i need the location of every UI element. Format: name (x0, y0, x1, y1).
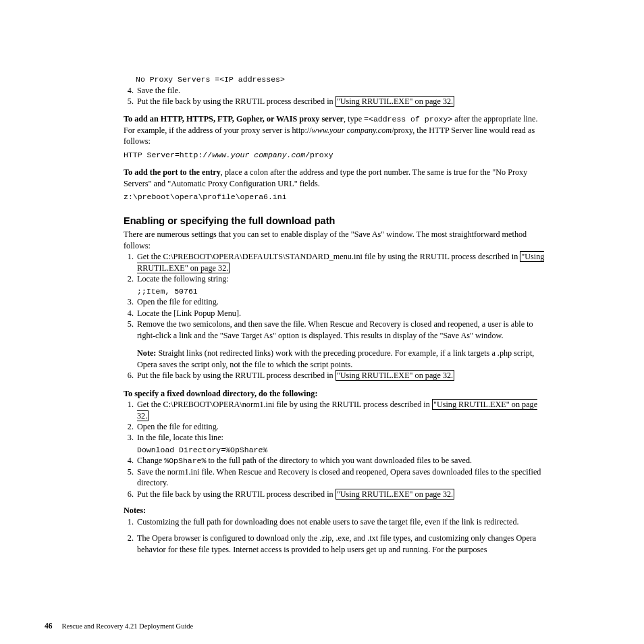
s3-step2: Open the file for editing. (136, 421, 546, 432)
para2-bold: To add the port to the entry (124, 167, 221, 177)
para1-italic: www.your company.com (312, 126, 392, 135)
s3-step3: In the file, locate this line: Download … (136, 432, 546, 455)
page-number: 46 (45, 622, 53, 630)
s3-step5: Save the norm1.ini file. When Rescue and… (136, 466, 546, 489)
code2c: /proxy (305, 151, 333, 159)
code-download-dir: Download Directory=%OpShare% (137, 445, 546, 456)
para3: There are numerous settings that you can… (124, 229, 546, 251)
s3-step4: Change %OpShare% to the full path of the… (136, 455, 546, 466)
s2-step1: Get the C:\PREBOOT\OPERA\DEFAULTS\STANDA… (136, 251, 546, 273)
heading-download-path: Enabling or specifying the full download… (124, 215, 546, 228)
link-rrutil-1[interactable]: "Using RRUTIL.EXE" on page 32. (336, 96, 454, 107)
s3-step1: Get the C:\PREBOOT\OPERA\norm1.ini file … (136, 399, 546, 421)
step5a-text: Put the file back by using the RRUTIL pr… (137, 97, 336, 106)
step-put-back-1: Put the file back by using the RRUTIL pr… (136, 96, 546, 107)
note1: Customizing the full path for downloadin… (136, 516, 546, 527)
code-http-server: HTTP Server=http://www.your company.com/… (124, 150, 546, 161)
s2-step3: Open the file for editing. (136, 296, 546, 307)
s2-2: Locate the following string: (137, 274, 229, 284)
s2-5: Remove the two semicolons, and then save… (137, 319, 533, 340)
s3-1a: Get the C:\PREBOOT\OPERA\norm1.ini file … (137, 400, 432, 409)
para1-bold: To add an HTTP, HTTPS, FTP, Gopher, or W… (124, 114, 344, 124)
para1-code1: =<address of proxy> (364, 115, 452, 124)
code-item: ;;Item, 50761 (137, 286, 546, 297)
s2-step5: Remove the two semicolons, and then save… (136, 319, 546, 370)
s3-6a: Put the file back by using the RRUTIL pr… (137, 489, 336, 499)
para-proxy-server: To add an HTTP, HTTPS, FTP, Gopher, or W… (124, 113, 546, 146)
s2-step6: Put the file back by using the RRUTIL pr… (136, 370, 546, 381)
code2a: HTTP Server=http:// (124, 151, 212, 159)
s3-step6: Put the file back by using the RRUTIL pr… (136, 489, 546, 500)
page-footer: 46Rescue and Recovery 4.21 Deployment Gu… (45, 621, 193, 632)
s3-3: In the file, locate this line: (137, 433, 223, 442)
footer-text: Rescue and Recovery 4.21 Deployment Guid… (62, 622, 194, 630)
code-no-proxy: No Proxy Servers =<IP addresses> (136, 74, 546, 85)
s3-4b: to the full path of the directory to whi… (206, 456, 472, 465)
s3-4a: Change (137, 456, 164, 465)
para-fixed-dir: To specify a fixed download directory, d… (124, 388, 546, 399)
link-rrutil-5[interactable]: "Using RRUTIL.EXE" on page 32. (336, 489, 454, 500)
link-rrutil-3[interactable]: "Using RRUTIL.EXE" on page 32. (336, 370, 454, 381)
s2-6a: Put the file back by using the RRUTIL pr… (137, 371, 336, 380)
para1-a: , type (344, 114, 364, 124)
code-opera6: z:\preboot\opera\profile\opera6.ini (124, 192, 546, 203)
s2-step2: Locate the following string: ;;Item, 507… (136, 273, 546, 296)
s2-1a: Get the C:\PREBOOT\OPERA\DEFAULTS\STANDA… (137, 252, 520, 261)
note-block: Note: Straight links (not redirected lin… (137, 348, 546, 370)
note-bold: Note: (137, 348, 156, 358)
code2b: www.your company.com (212, 151, 305, 159)
para-port: To add the port to the entry, place a co… (124, 167, 546, 189)
s3-4code: %OpShare% (164, 456, 206, 465)
notes-label: Notes: (124, 505, 546, 516)
step-save-file: Save the file. (136, 85, 546, 96)
s2-step4: Locate the [Link Popup Menu]. (136, 308, 546, 319)
note-body: Straight links (not redirected links) wo… (137, 348, 534, 369)
note2: The Opera browser is configured to downl… (136, 533, 546, 555)
